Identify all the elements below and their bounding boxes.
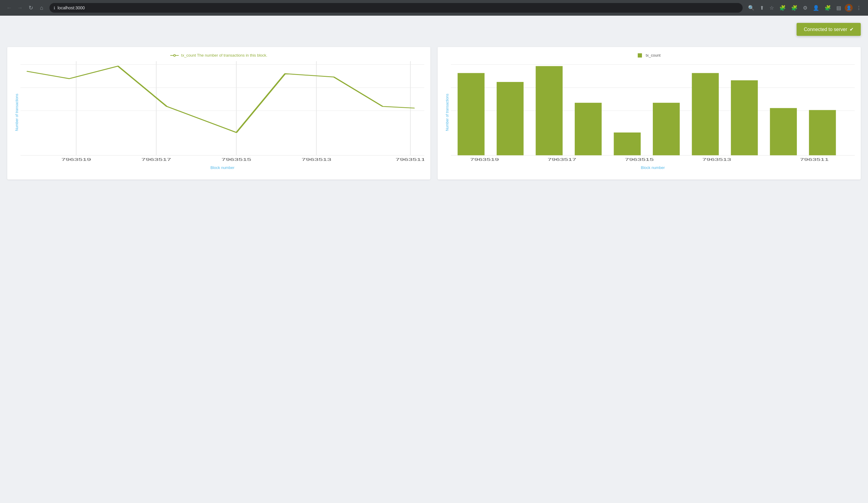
svg-rect-36	[731, 81, 758, 155]
legend-line-marker	[170, 54, 179, 57]
toolbar-right: 🔍 ⬆ ☆ 🧩 🧩 ⚙ 👤 🧩 ▤ 👤 ⋮	[746, 3, 863, 12]
bar-chart-panel: tx_count Number of transactions	[437, 47, 861, 179]
bar-chart-legend-text: tx_count	[645, 53, 660, 57]
line-chart-legend: tx_count The number of transactions in t…	[13, 53, 424, 57]
svg-rect-32	[575, 103, 601, 155]
svg-text:7963513: 7963513	[301, 158, 331, 161]
server-status-text: Connected to server	[804, 27, 847, 32]
extension-icon-2[interactable]: 🧩	[789, 3, 799, 12]
address-bar[interactable]: ℹ localhost:3000	[50, 3, 743, 13]
forward-button[interactable]: →	[16, 3, 24, 12]
svg-text:7963517: 7963517	[548, 158, 577, 162]
svg-rect-29	[457, 73, 484, 155]
nav-buttons: ← → ↻ ⌂	[5, 3, 46, 12]
menu-icon[interactable]: ⋮	[855, 3, 863, 12]
svg-text:7963511: 7963511	[395, 158, 424, 161]
line-chart-panel: tx_count The number of transactions in t…	[7, 47, 431, 179]
avatar[interactable]: 👤	[845, 4, 852, 12]
line-chart-area: Number of transactions	[13, 61, 424, 164]
svg-point-1	[174, 54, 175, 56]
search-icon[interactable]: 🔍	[746, 3, 756, 12]
server-status-badge: Connected to server ✔	[797, 23, 861, 36]
page-content: Connected to server ✔ tx_count The numbe…	[0, 15, 868, 503]
sidebar-icon[interactable]: ▤	[835, 3, 843, 12]
svg-text:7963513: 7963513	[702, 158, 731, 162]
svg-rect-37	[770, 108, 797, 155]
svg-text:7963515: 7963515	[221, 158, 251, 161]
svg-text:7963519: 7963519	[61, 158, 91, 161]
svg-text:7963517: 7963517	[141, 158, 171, 161]
bookmark-icon[interactable]: ☆	[768, 3, 776, 12]
bar-y-axis-label-container: Number of transactions	[444, 61, 451, 164]
line-x-axis-label: Block number	[13, 165, 424, 170]
reload-button[interactable]: ↻	[27, 3, 35, 12]
bar-chart-area: Number of transactions 52 30 15 0	[444, 61, 855, 164]
svg-rect-38	[809, 110, 836, 155]
bar-x-axis-label: Block number	[444, 165, 855, 170]
svg-rect-31	[536, 66, 562, 155]
extension-icon-1[interactable]: 🧩	[778, 3, 787, 12]
svg-rect-30	[497, 82, 524, 155]
extension-icon-3[interactable]: 🧩	[823, 3, 833, 12]
svg-text:7963519: 7963519	[470, 158, 499, 162]
lock-icon: ℹ	[54, 6, 55, 10]
svg-rect-33	[614, 133, 640, 155]
bar-chart-svg: 52 30 15 0	[451, 61, 855, 164]
svg-rect-35	[692, 73, 719, 155]
server-status-checkmark: ✔	[850, 27, 854, 32]
url-text: localhost:3000	[58, 6, 85, 10]
legend-bar-square	[638, 53, 642, 57]
bar-chart-drawing: 52 30 15 0	[451, 61, 855, 164]
charts-container: tx_count The number of transactions in t…	[7, 47, 861, 179]
line-chart-legend-text: tx_count The number of transactions in t…	[181, 53, 267, 57]
svg-text:7963515: 7963515	[625, 158, 654, 162]
browser-chrome: ← → ↻ ⌂ ℹ localhost:3000 🔍 ⬆ ☆ 🧩 🧩 ⚙ 👤 🧩…	[0, 0, 868, 15]
svg-text:7963511: 7963511	[800, 158, 829, 162]
share-icon[interactable]: ⬆	[758, 3, 766, 12]
line-y-axis-label-container: Number of transactions	[13, 61, 21, 164]
account-icon[interactable]: 👤	[811, 3, 821, 12]
back-button[interactable]: ←	[5, 3, 13, 12]
bar-chart-legend: tx_count	[444, 53, 855, 57]
line-chart-drawing: 52 30 15 0 7963519 7963517 7963515 79635…	[21, 61, 424, 164]
settings-icon[interactable]: ⚙	[801, 3, 809, 12]
bar-y-axis-label: Number of transactions	[445, 94, 450, 131]
svg-rect-34	[653, 103, 680, 155]
line-y-axis-label: Number of transactions	[15, 94, 19, 131]
line-chart-svg: 52 30 15 0 7963519 7963517 7963515 79635…	[21, 61, 424, 164]
home-button[interactable]: ⌂	[37, 3, 46, 12]
